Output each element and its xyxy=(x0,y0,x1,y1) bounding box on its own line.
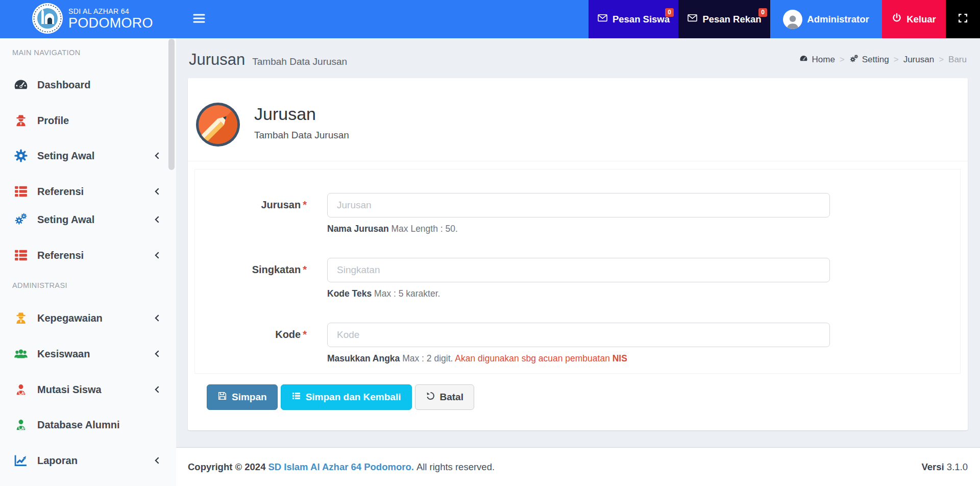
sidebar-item-label: Seting Awal xyxy=(37,150,94,162)
page-title-block: Jurusan Tambah Data Jurusan xyxy=(189,51,347,69)
sidebar-item-label: Dashboard xyxy=(37,79,90,91)
list-icon xyxy=(291,391,301,403)
card-header: Jurusan Tambah Data Jurusan xyxy=(188,78,968,161)
sidebar-item-referensi-2[interactable]: Referensi xyxy=(0,245,176,265)
sidebar-item-seting-awal[interactable]: Seting Awal xyxy=(0,145,176,166)
hamburger-icon xyxy=(192,13,206,26)
chevron-left-icon xyxy=(153,349,162,358)
jurusan-input[interactable] xyxy=(327,193,830,217)
gear-icon xyxy=(13,149,29,163)
sidebar-toggle-button[interactable] xyxy=(187,0,211,38)
logout-label: Keluar xyxy=(906,14,936,25)
floppy-disk-icon xyxy=(217,391,227,403)
card-subtitle: Tambah Data Jurusan xyxy=(254,130,349,141)
footer: Copyright © 2024SD Islam Al Azhar 64 Pod… xyxy=(176,447,980,486)
version-value: 3.1.0 xyxy=(947,461,968,472)
form-row-jurusan: Jurusan* Nama Jurusan Max Length : 50. xyxy=(195,193,960,234)
sidebar-scrollbar-thumb[interactable] xyxy=(168,39,175,170)
breadcrumb-separator: > xyxy=(939,55,944,65)
version-label: Versi xyxy=(921,461,944,472)
pesan-siswa-menu[interactable]: Pesan Siswa 0 xyxy=(589,0,678,38)
breadcrumb-separator: > xyxy=(894,55,899,65)
user-avatar xyxy=(783,10,802,29)
kode-input[interactable] xyxy=(327,323,830,347)
card-title: Jurusan xyxy=(254,104,349,124)
sidebar-item-seting-awal-2[interactable]: Seting Awal xyxy=(0,209,176,230)
simpan-button[interactable]: Simpan xyxy=(207,384,278,410)
brand-line1: SDI AL AZHAR 64 xyxy=(68,8,153,16)
breadcrumb-label: Baru xyxy=(948,55,967,65)
sidebar-item-label: Seting Awal xyxy=(37,214,94,226)
form-panel: Jurusan* Nama Jurusan Max Length : 50. S… xyxy=(194,169,961,374)
breadcrumb-jurusan[interactable]: Jurusan xyxy=(903,55,934,65)
gears-icon xyxy=(849,54,859,66)
tachometer-icon xyxy=(799,54,808,65)
required-asterisk: * xyxy=(303,329,307,340)
user-secret-icon xyxy=(13,113,29,128)
tachometer-icon xyxy=(13,77,29,92)
form-row-singkatan: Singkatan* Kode Teks Max : 5 karakter. xyxy=(195,258,960,299)
chevron-left-icon xyxy=(153,251,162,260)
pesan-siswa-badge: 0 xyxy=(665,8,674,17)
content-area: Jurusan Tambah Data Jurusan Home > xyxy=(176,38,980,447)
form-buttons: Simpan Simpan dan Kembali xyxy=(207,384,968,410)
school-badge-icon xyxy=(32,3,63,36)
sidebar-item-referensi[interactable]: Referensi xyxy=(0,181,176,202)
user-md-icon xyxy=(13,418,29,431)
user-secret-icon xyxy=(13,311,29,325)
kode-help: Masukkan Angka Max : 2 digit. Akan digun… xyxy=(327,353,830,364)
required-asterisk: * xyxy=(303,199,307,210)
user-menu[interactable]: Administrator xyxy=(770,0,882,38)
singkatan-input[interactable] xyxy=(327,258,830,282)
pesan-rekan-menu[interactable]: Pesan Rekan 0 xyxy=(678,0,770,38)
breadcrumb-label: Jurusan xyxy=(903,55,934,65)
page-subtitle: Tambah Data Jurusan xyxy=(252,56,347,67)
sidebar-item-label: Referensi xyxy=(37,250,84,261)
sidebar-item-dashboard[interactable]: Dashboard xyxy=(0,75,176,95)
batal-button[interactable]: Batal xyxy=(415,384,474,410)
sidebar-item-laporan[interactable]: Laporan xyxy=(0,450,176,471)
logout-button[interactable]: Keluar xyxy=(882,0,946,38)
school-link[interactable]: SD Islam Al Azhar 64 Podomoro. xyxy=(268,461,413,472)
pencil-circle-logo-icon xyxy=(195,102,240,161)
sidebar-section-main-navigation: MAIN NAVIGATION xyxy=(0,48,176,58)
sidebar: MAIN NAVIGATION Dashboard Profile xyxy=(0,38,176,486)
rights-text: All rights reserved. xyxy=(416,461,495,472)
fullscreen-button[interactable] xyxy=(946,0,980,38)
user-md-icon xyxy=(13,383,29,396)
envelope-icon xyxy=(597,13,608,26)
sidebar-item-label: Database Alumni xyxy=(37,419,120,431)
singkatan-help: Kode Teks Max : 5 karakter. xyxy=(327,288,830,299)
kode-label: Kode* xyxy=(195,323,307,341)
th-list-icon xyxy=(13,184,29,199)
envelope-icon xyxy=(687,13,698,26)
pesan-rekan-badge: 0 xyxy=(758,8,767,17)
line-chart-icon xyxy=(13,453,29,468)
sidebar-item-profile[interactable]: Profile xyxy=(0,110,176,131)
breadcrumb: Home > xyxy=(799,54,967,66)
sidebar-section-administrasi: ADMINISTRASI xyxy=(0,281,176,290)
chevron-left-icon xyxy=(153,385,162,394)
navbar-right-menu: Pesan Siswa 0 Pesan Rekan 0 Administrato… xyxy=(589,0,980,38)
breadcrumb-home[interactable]: Home xyxy=(799,54,835,65)
sidebar-item-kesiswaan[interactable]: Kesiswaan xyxy=(0,344,176,364)
jurusan-help: Nama Jurusan Max Length : 50. xyxy=(327,224,830,234)
users-icon xyxy=(13,347,29,361)
user-name: Administrator xyxy=(807,14,869,25)
simpan-dan-kembali-button[interactable]: Simpan dan Kembali xyxy=(281,384,412,410)
form-row-kode: Kode* Masukkan Angka Max : 2 digit. Akan… xyxy=(195,323,960,364)
breadcrumb-separator: > xyxy=(840,55,845,65)
breadcrumb-label: Setting xyxy=(862,55,889,65)
pesan-siswa-label: Pesan Siswa xyxy=(612,14,670,25)
brand-logo[interactable]: SDI AL AZHAR 64 PODOMORO xyxy=(0,0,176,38)
sidebar-item-database-alumni[interactable]: Database Alumni xyxy=(0,415,176,435)
footer-version: Versi 3.1.0 xyxy=(921,461,968,473)
undo-icon xyxy=(426,391,435,403)
sidebar-item-kepegawaian[interactable]: Kepegawaian xyxy=(0,308,176,328)
breadcrumb-setting[interactable]: Setting xyxy=(849,54,889,66)
sidebar-item-mutasi-siswa[interactable]: Mutasi Siswa xyxy=(0,379,176,400)
sidebar-item-label: Referensi xyxy=(37,186,84,198)
gears-icon xyxy=(13,212,29,227)
sidebar-item-label: Kepegawaian xyxy=(37,312,103,324)
jurusan-label: Jurusan* xyxy=(195,193,307,211)
